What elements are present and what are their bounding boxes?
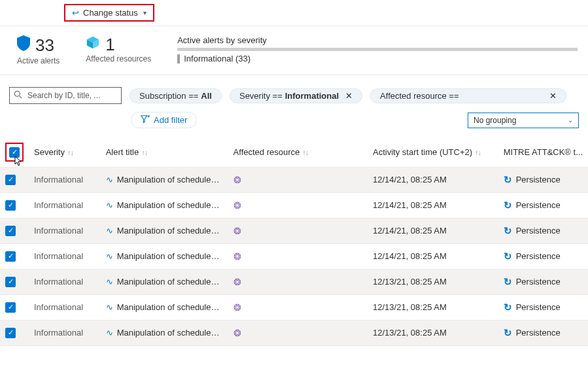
col-resource[interactable]: Affected resource↑↓ bbox=[228, 137, 368, 167]
severity-cell: Informational bbox=[29, 192, 101, 218]
pulse-icon: ∿ bbox=[106, 277, 113, 287]
time-cell: 12/14/21, 08:25 AM bbox=[368, 192, 498, 218]
pulse-icon: ∿ bbox=[106, 328, 113, 338]
chevron-down-icon: ▾ bbox=[143, 9, 147, 16]
filter-sev-key: Severity == bbox=[239, 91, 283, 101]
filter-sub-val: All bbox=[201, 91, 212, 101]
grouping-dropdown[interactable]: No grouping ⌄ bbox=[468, 113, 579, 128]
time-cell: 12/14/21, 08:25 AM bbox=[368, 167, 498, 192]
add-filter-button[interactable]: Add filter bbox=[131, 112, 197, 128]
pulse-icon: ∿ bbox=[106, 175, 113, 184]
resource-icon: ❂ bbox=[233, 277, 241, 287]
affected-resources-count: 1 bbox=[105, 36, 114, 53]
active-alerts-label: Active alerts bbox=[17, 56, 60, 65]
severity-cell: Informational bbox=[29, 167, 101, 192]
row-checkbox[interactable]: ✓ bbox=[5, 328, 16, 338]
time-cell: 12/13/21, 08:25 AM bbox=[368, 269, 498, 294]
select-all-checkbox[interactable]: ✓ bbox=[9, 147, 20, 158]
persistence-icon: ↻ bbox=[504, 251, 512, 262]
filter-resource-remove[interactable]: ✕ bbox=[549, 91, 557, 101]
cube-icon bbox=[86, 35, 100, 53]
table-row[interactable]: ✓Informational∿Manipulation of scheduled… bbox=[0, 243, 588, 269]
resource-icon: ❂ bbox=[233, 200, 241, 211]
active-alerts-count: 33 bbox=[35, 37, 54, 54]
alert-title-cell: ∿Manipulation of scheduled t... bbox=[106, 302, 223, 312]
resource-icon: ❂ bbox=[233, 328, 241, 338]
resource-icon: ❂ bbox=[233, 251, 241, 262]
col-time[interactable]: Activity start time (UTC+2)↑↓ bbox=[368, 137, 498, 167]
add-filter-label: Add filter bbox=[154, 115, 187, 125]
sort-icon: ↑↓ bbox=[475, 149, 481, 156]
alert-title-cell: ∿Manipulation of scheduled t... bbox=[106, 251, 223, 261]
severity-breakdown: Active alerts by severity Informational … bbox=[177, 35, 588, 63]
mitre-cell: ↻Persistence bbox=[504, 327, 583, 339]
table-row[interactable]: ✓Informational∿Manipulation of scheduled… bbox=[0, 192, 588, 218]
severity-cell: Informational bbox=[29, 320, 101, 345]
sort-icon: ↑↓ bbox=[67, 149, 73, 156]
grouping-value: No grouping bbox=[474, 116, 516, 125]
svg-point-0 bbox=[14, 91, 20, 96]
persistence-icon: ↻ bbox=[504, 174, 512, 186]
mitre-cell: ↻Persistence bbox=[504, 251, 583, 262]
alert-title-cell: ∿Manipulation of scheduled t... bbox=[106, 328, 223, 338]
table-row[interactable]: ✓Informational∿Manipulation of scheduled… bbox=[0, 320, 588, 345]
time-cell: 12/13/21, 08:25 AM bbox=[368, 320, 498, 345]
filter-res-key: Affected resource == bbox=[380, 91, 458, 101]
severity-cell: Informational bbox=[29, 218, 101, 243]
severity-cell: Informational bbox=[29, 269, 101, 294]
table-row[interactable]: ✓Informational∿Manipulation of scheduled… bbox=[0, 167, 588, 192]
add-filter-icon bbox=[141, 114, 150, 126]
alert-title-cell: ∿Manipulation of scheduled t... bbox=[106, 200, 223, 210]
pulse-icon: ∿ bbox=[106, 200, 113, 210]
time-cell: 12/13/21, 08:25 AM bbox=[368, 294, 498, 320]
row-checkbox[interactable]: ✓ bbox=[5, 200, 16, 211]
pulse-icon: ∿ bbox=[106, 226, 113, 236]
persistence-icon: ↻ bbox=[504, 327, 512, 339]
filter-resource[interactable]: Affected resource == ✕ bbox=[370, 88, 566, 103]
col-severity[interactable]: Severity↑↓ bbox=[29, 137, 101, 167]
time-cell: 12/14/21, 08:25 AM bbox=[368, 218, 498, 243]
alert-title-cell: ∿Manipulation of scheduled t... bbox=[106, 226, 223, 236]
shield-icon bbox=[17, 35, 30, 55]
severity-title: Active alerts by severity bbox=[177, 35, 578, 45]
filter-severity[interactable]: Severity == Informational ✕ bbox=[230, 88, 362, 103]
pulse-icon: ∿ bbox=[106, 251, 113, 261]
persistence-icon: ↻ bbox=[504, 200, 512, 211]
select-all-wrap: ✓ bbox=[5, 143, 24, 162]
mitre-cell: ↻Persistence bbox=[504, 276, 583, 288]
row-checkbox[interactable]: ✓ bbox=[5, 302, 16, 313]
persistence-icon: ↻ bbox=[504, 225, 512, 237]
severity-bar bbox=[177, 48, 578, 51]
row-checkbox[interactable]: ✓ bbox=[5, 226, 16, 236]
svg-line-1 bbox=[20, 96, 22, 99]
time-cell: 12/14/21, 08:25 AM bbox=[368, 243, 498, 269]
col-title[interactable]: Alert title↑↓ bbox=[101, 137, 228, 167]
sort-icon: ↑↓ bbox=[141, 149, 147, 156]
table-row[interactable]: ✓Informational∿Manipulation of scheduled… bbox=[0, 218, 588, 243]
filter-subscription[interactable]: Subscription == All bbox=[130, 88, 222, 103]
change-status-icon: ↩ bbox=[72, 8, 79, 18]
search-input[interactable] bbox=[26, 90, 117, 101]
row-checkbox[interactable]: ✓ bbox=[5, 251, 16, 262]
alert-title-cell: ∿Manipulation of scheduled t... bbox=[106, 175, 223, 184]
chevron-down-icon: ⌄ bbox=[568, 116, 573, 124]
mitre-cell: ↻Persistence bbox=[504, 200, 583, 211]
persistence-icon: ↻ bbox=[504, 302, 512, 313]
severity-legend-text: Informational (33) bbox=[184, 54, 251, 63]
filter-sev-val: Informational bbox=[285, 91, 339, 101]
col-mitre[interactable]: MITRE ATT&CK® t... bbox=[498, 137, 588, 167]
row-checkbox[interactable]: ✓ bbox=[5, 277, 16, 287]
persistence-icon: ↻ bbox=[504, 276, 512, 288]
row-checkbox[interactable]: ✓ bbox=[5, 175, 16, 185]
active-alerts-stat: 33 Active alerts bbox=[17, 35, 60, 65]
table-row[interactable]: ✓Informational∿Manipulation of scheduled… bbox=[0, 269, 588, 294]
filter-severity-remove[interactable]: ✕ bbox=[345, 91, 353, 101]
mitre-cell: ↻Persistence bbox=[504, 225, 583, 237]
change-status-button[interactable]: ↩ Change status ▾ bbox=[64, 4, 154, 22]
search-box[interactable] bbox=[9, 87, 122, 104]
alert-title-cell: ∿Manipulation of scheduled t... bbox=[106, 277, 223, 287]
table-row[interactable]: ✓Informational∿Manipulation of scheduled… bbox=[0, 294, 588, 320]
mitre-cell: ↻Persistence bbox=[504, 302, 583, 313]
resource-icon: ❂ bbox=[233, 226, 241, 236]
mitre-cell: ↻Persistence bbox=[504, 174, 583, 186]
